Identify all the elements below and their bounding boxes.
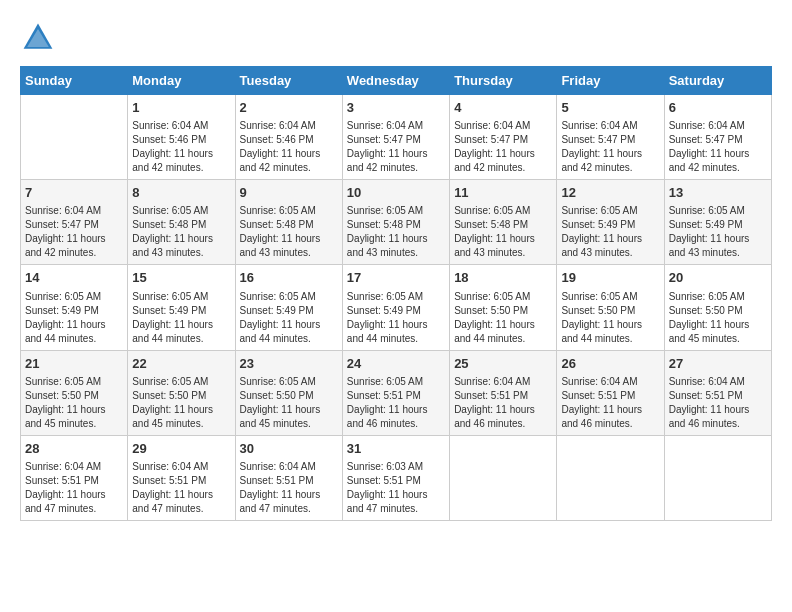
day-cell: 30Sunrise: 6:04 AM Sunset: 5:51 PM Dayli… [235,435,342,520]
header-row: SundayMondayTuesdayWednesdayThursdayFrid… [21,67,772,95]
day-cell: 23Sunrise: 6:05 AM Sunset: 5:50 PM Dayli… [235,350,342,435]
day-info: Sunrise: 6:05 AM Sunset: 5:50 PM Dayligh… [132,375,230,431]
day-number: 18 [454,269,552,287]
day-info: Sunrise: 6:04 AM Sunset: 5:51 PM Dayligh… [25,460,123,516]
day-cell: 6Sunrise: 6:04 AM Sunset: 5:47 PM Daylig… [664,95,771,180]
day-info: Sunrise: 6:04 AM Sunset: 5:46 PM Dayligh… [240,119,338,175]
day-cell: 8Sunrise: 6:05 AM Sunset: 5:48 PM Daylig… [128,180,235,265]
header-cell-saturday: Saturday [664,67,771,95]
header-cell-friday: Friday [557,67,664,95]
day-number: 31 [347,440,445,458]
day-info: Sunrise: 6:04 AM Sunset: 5:51 PM Dayligh… [561,375,659,431]
week-row-1: 1Sunrise: 6:04 AM Sunset: 5:46 PM Daylig… [21,95,772,180]
day-cell: 3Sunrise: 6:04 AM Sunset: 5:47 PM Daylig… [342,95,449,180]
day-cell: 16Sunrise: 6:05 AM Sunset: 5:49 PM Dayli… [235,265,342,350]
header-cell-monday: Monday [128,67,235,95]
day-number: 2 [240,99,338,117]
day-info: Sunrise: 6:04 AM Sunset: 5:51 PM Dayligh… [454,375,552,431]
day-info: Sunrise: 6:05 AM Sunset: 5:49 PM Dayligh… [25,290,123,346]
day-info: Sunrise: 6:04 AM Sunset: 5:47 PM Dayligh… [347,119,445,175]
day-cell: 21Sunrise: 6:05 AM Sunset: 5:50 PM Dayli… [21,350,128,435]
day-cell: 1Sunrise: 6:04 AM Sunset: 5:46 PM Daylig… [128,95,235,180]
day-cell: 10Sunrise: 6:05 AM Sunset: 5:48 PM Dayli… [342,180,449,265]
day-cell: 4Sunrise: 6:04 AM Sunset: 5:47 PM Daylig… [450,95,557,180]
day-cell: 14Sunrise: 6:05 AM Sunset: 5:49 PM Dayli… [21,265,128,350]
day-number: 16 [240,269,338,287]
day-number: 17 [347,269,445,287]
day-info: Sunrise: 6:04 AM Sunset: 5:47 PM Dayligh… [25,204,123,260]
day-info: Sunrise: 6:05 AM Sunset: 5:50 PM Dayligh… [561,290,659,346]
header-cell-wednesday: Wednesday [342,67,449,95]
day-cell: 9Sunrise: 6:05 AM Sunset: 5:48 PM Daylig… [235,180,342,265]
week-row-3: 14Sunrise: 6:05 AM Sunset: 5:49 PM Dayli… [21,265,772,350]
day-info: Sunrise: 6:05 AM Sunset: 5:48 PM Dayligh… [132,204,230,260]
day-info: Sunrise: 6:04 AM Sunset: 5:46 PM Dayligh… [132,119,230,175]
day-number: 6 [669,99,767,117]
day-info: Sunrise: 6:05 AM Sunset: 5:49 PM Dayligh… [132,290,230,346]
day-info: Sunrise: 6:05 AM Sunset: 5:49 PM Dayligh… [561,204,659,260]
day-number: 25 [454,355,552,373]
day-number: 24 [347,355,445,373]
week-row-2: 7Sunrise: 6:04 AM Sunset: 5:47 PM Daylig… [21,180,772,265]
day-info: Sunrise: 6:04 AM Sunset: 5:47 PM Dayligh… [669,119,767,175]
day-cell [664,435,771,520]
day-number: 27 [669,355,767,373]
day-number: 13 [669,184,767,202]
day-cell: 12Sunrise: 6:05 AM Sunset: 5:49 PM Dayli… [557,180,664,265]
day-cell: 5Sunrise: 6:04 AM Sunset: 5:47 PM Daylig… [557,95,664,180]
day-info: Sunrise: 6:05 AM Sunset: 5:48 PM Dayligh… [454,204,552,260]
day-number: 30 [240,440,338,458]
day-number: 15 [132,269,230,287]
day-info: Sunrise: 6:03 AM Sunset: 5:51 PM Dayligh… [347,460,445,516]
day-info: Sunrise: 6:05 AM Sunset: 5:50 PM Dayligh… [454,290,552,346]
day-cell: 13Sunrise: 6:05 AM Sunset: 5:49 PM Dayli… [664,180,771,265]
day-cell: 27Sunrise: 6:04 AM Sunset: 5:51 PM Dayli… [664,350,771,435]
day-info: Sunrise: 6:04 AM Sunset: 5:47 PM Dayligh… [454,119,552,175]
header-cell-thursday: Thursday [450,67,557,95]
day-cell: 29Sunrise: 6:04 AM Sunset: 5:51 PM Dayli… [128,435,235,520]
day-number: 22 [132,355,230,373]
day-info: Sunrise: 6:04 AM Sunset: 5:51 PM Dayligh… [132,460,230,516]
day-info: Sunrise: 6:05 AM Sunset: 5:49 PM Dayligh… [669,204,767,260]
day-number: 21 [25,355,123,373]
day-number: 11 [454,184,552,202]
day-info: Sunrise: 6:04 AM Sunset: 5:51 PM Dayligh… [669,375,767,431]
day-info: Sunrise: 6:04 AM Sunset: 5:47 PM Dayligh… [561,119,659,175]
calendar-table: SundayMondayTuesdayWednesdayThursdayFrid… [20,66,772,521]
day-number: 1 [132,99,230,117]
day-cell [557,435,664,520]
day-cell: 31Sunrise: 6:03 AM Sunset: 5:51 PM Dayli… [342,435,449,520]
day-cell: 2Sunrise: 6:04 AM Sunset: 5:46 PM Daylig… [235,95,342,180]
day-cell: 20Sunrise: 6:05 AM Sunset: 5:50 PM Dayli… [664,265,771,350]
day-cell: 7Sunrise: 6:04 AM Sunset: 5:47 PM Daylig… [21,180,128,265]
day-cell: 11Sunrise: 6:05 AM Sunset: 5:48 PM Dayli… [450,180,557,265]
day-info: Sunrise: 6:05 AM Sunset: 5:49 PM Dayligh… [347,290,445,346]
header-cell-sunday: Sunday [21,67,128,95]
day-number: 26 [561,355,659,373]
day-info: Sunrise: 6:05 AM Sunset: 5:50 PM Dayligh… [25,375,123,431]
day-cell: 22Sunrise: 6:05 AM Sunset: 5:50 PM Dayli… [128,350,235,435]
week-row-4: 21Sunrise: 6:05 AM Sunset: 5:50 PM Dayli… [21,350,772,435]
day-number: 23 [240,355,338,373]
day-info: Sunrise: 6:05 AM Sunset: 5:51 PM Dayligh… [347,375,445,431]
day-cell: 15Sunrise: 6:05 AM Sunset: 5:49 PM Dayli… [128,265,235,350]
day-number: 4 [454,99,552,117]
page-header [20,20,772,56]
day-cell: 26Sunrise: 6:04 AM Sunset: 5:51 PM Dayli… [557,350,664,435]
day-cell: 28Sunrise: 6:04 AM Sunset: 5:51 PM Dayli… [21,435,128,520]
day-number: 29 [132,440,230,458]
day-info: Sunrise: 6:05 AM Sunset: 5:48 PM Dayligh… [347,204,445,260]
day-info: Sunrise: 6:05 AM Sunset: 5:49 PM Dayligh… [240,290,338,346]
day-number: 5 [561,99,659,117]
day-number: 8 [132,184,230,202]
day-number: 3 [347,99,445,117]
week-row-5: 28Sunrise: 6:04 AM Sunset: 5:51 PM Dayli… [21,435,772,520]
day-cell: 17Sunrise: 6:05 AM Sunset: 5:49 PM Dayli… [342,265,449,350]
day-number: 19 [561,269,659,287]
day-info: Sunrise: 6:05 AM Sunset: 5:50 PM Dayligh… [240,375,338,431]
day-number: 28 [25,440,123,458]
day-number: 14 [25,269,123,287]
day-number: 9 [240,184,338,202]
day-cell: 19Sunrise: 6:05 AM Sunset: 5:50 PM Dayli… [557,265,664,350]
day-info: Sunrise: 6:04 AM Sunset: 5:51 PM Dayligh… [240,460,338,516]
